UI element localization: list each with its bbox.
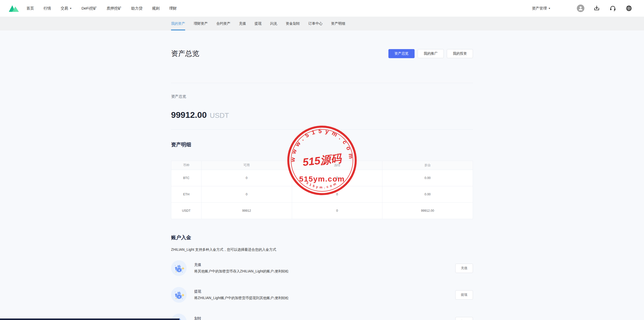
table-row: ETH 0 0 0.00 <box>171 186 473 203</box>
nav-item-label: 理财 <box>169 6 177 11</box>
download-icon <box>593 5 600 12</box>
svg-text:¥: ¥ <box>178 295 180 298</box>
nav-item-rules[interactable]: 规则 <box>152 6 160 11</box>
nav-item-label: DeFi挖矿 <box>82 6 97 11</box>
overview-section-label: 资产总览 <box>171 94 473 99</box>
tab-label: 提现 <box>255 21 262 26</box>
tab-deposit[interactable]: 充值 <box>239 17 246 30</box>
divider <box>171 83 473 83</box>
deposit-item-description: 将其他账户中的加密货币存入ZHILIAN_Light的账户,便利轻松 <box>194 269 455 274</box>
table-header-equivalent: 折合 <box>382 161 473 170</box>
list-item-text: 划转 <box>194 316 455 320</box>
nav-item-staking-mining[interactable]: 质押挖矿 <box>107 6 122 11</box>
assets-detail-heading: 资产明细 <box>171 141 473 148</box>
asset-overview-button[interactable]: 资产总览 <box>388 49 415 58</box>
nav-item-wealth[interactable]: 理财 <box>169 6 177 11</box>
balance-amount: 99912.00 <box>171 110 207 120</box>
footer-edge-strip <box>0 318 179 320</box>
table-cell-available: 0 <box>201 186 292 203</box>
asset-management-dropdown[interactable]: 资产管理 ▼ <box>532 6 551 11</box>
table-cell-available: 99912 <box>201 203 292 219</box>
total-balance: 99912.00 USDT <box>171 110 473 120</box>
tab-wealth-assets[interactable]: 理财资产 <box>194 17 208 30</box>
nav-item-label: 助力贷 <box>131 6 143 11</box>
tab-label: 合约资产 <box>216 21 230 26</box>
download-app-button[interactable] <box>593 5 600 12</box>
tab-label: 闪兑 <box>270 21 277 26</box>
chevron-down-icon: ▼ <box>548 7 551 10</box>
withdraw-button[interactable]: 提现 <box>455 290 473 300</box>
transfer-item-title: 划转 <box>194 316 455 320</box>
list-item-withdraw: ¥ 提现 将ZHILIAN_Light账户中的加密货币提现到其他账户,便利轻松 … <box>171 287 473 303</box>
deposit-button[interactable]: 充值 <box>455 264 473 273</box>
deposit-description: ZHILIAN_Light 支持多种入金方式，您可以选择最适合您的入金方式 <box>171 247 473 252</box>
customer-support-button[interactable] <box>609 5 617 12</box>
tab-asset-details[interactable]: 资产明细 <box>331 17 345 30</box>
globe-icon <box>625 5 632 12</box>
table-header-available: 可用 <box>201 161 292 170</box>
table-cell-equivalent: 99912.00 <box>382 203 473 219</box>
table-header-coin: 币种 <box>171 161 202 170</box>
view-switch-buttons: 资产总览 我的推广 我的投资 <box>388 49 473 58</box>
brand-logo-icon[interactable] <box>8 4 19 12</box>
table-header-frozen: 冻结 <box>292 161 382 170</box>
list-item-text: 充值 将其他账户中的加密货币存入ZHILIAN_Light的账户,便利轻松 <box>194 263 455 274</box>
user-avatar[interactable] <box>577 5 584 12</box>
nav-item-label: 规则 <box>152 6 160 11</box>
my-referral-button[interactable]: 我的推广 <box>418 49 444 58</box>
table-header-row: 币种 可用 冻结 折合 <box>171 161 473 170</box>
headset-icon <box>609 5 616 12</box>
tab-my-assets[interactable]: 我的资产 <box>171 17 185 30</box>
table-cell-available: 0 <box>201 170 292 186</box>
table-row: USDT 99912 0 99912.00 <box>171 203 473 219</box>
tab-label: 理财资产 <box>194 21 208 26</box>
table-row: BTC 0 0 0.00 <box>171 170 473 186</box>
chevron-down-icon: ▼ <box>69 7 72 10</box>
asset-management-label: 资产管理 <box>532 6 547 11</box>
tab-order-center[interactable]: 订单中心 <box>308 17 323 30</box>
list-item-deposit: ¥ 充值 将其他账户中的加密货币存入ZHILIAN_Light的账户,便利轻松 … <box>171 260 473 276</box>
svg-text:¥: ¥ <box>178 269 180 272</box>
nav-item-label: 行情 <box>44 6 51 11</box>
tab-label: 我的资产 <box>171 21 185 26</box>
table-cell-equivalent: 0.00 <box>382 186 473 203</box>
list-item-transfer: ¥ 划转 划转 <box>171 314 473 320</box>
navbar-right: 资产管理 ▼ <box>532 5 633 12</box>
table-cell-coin: BTC <box>171 170 202 186</box>
tab-label: 订单中心 <box>308 21 323 26</box>
withdraw-item-description: 将ZHILIAN_Light账户中的加密货币提现到其他账户,便利轻松 <box>194 296 455 300</box>
nav-item-home[interactable]: 首页 <box>26 6 34 11</box>
deposit-item-title: 充值 <box>194 263 455 267</box>
money-bag-icon: ¥ <box>171 287 187 303</box>
tab-label: 资产明细 <box>331 21 345 26</box>
nav-item-defi-mining[interactable]: DeFi挖矿 <box>82 6 97 11</box>
transfer-button[interactable]: 划转 <box>455 317 473 320</box>
tab-flash-swap[interactable]: 闪兑 <box>270 17 277 30</box>
user-avatar-icon <box>577 5 584 12</box>
account-deposit-heading: 账户入金 <box>171 234 473 241</box>
tab-contract-assets[interactable]: 合约资产 <box>216 17 230 30</box>
nav-item-label: 质押挖矿 <box>107 6 122 11</box>
withdraw-item-title: 提现 <box>194 289 455 294</box>
language-switch-button[interactable] <box>625 5 633 12</box>
tab-withdraw[interactable]: 提现 <box>255 17 262 30</box>
tab-fund-transfer[interactable]: 资金划转 <box>286 17 300 30</box>
table-cell-frozen: 0 <box>292 170 382 186</box>
main-menu: 首页 行情 交易▼ DeFi挖矿 质押挖矿 助力贷 规则 理财 <box>26 6 186 11</box>
nav-item-label: 首页 <box>26 6 34 11</box>
page-title: 资产总览 <box>171 49 388 59</box>
nav-item-trade[interactable]: 交易▼ <box>61 6 72 11</box>
page-header: 资产总览 资产总览 我的推广 我的投资 <box>171 30 473 59</box>
table-cell-coin: ETH <box>171 186 202 203</box>
divider <box>171 129 473 130</box>
list-item-text: 提现 将ZHILIAN_Light账户中的加密货币提现到其他账户,便利轻松 <box>194 289 455 300</box>
my-investment-button[interactable]: 我的投资 <box>447 49 473 58</box>
nav-item-boost-loan[interactable]: 助力贷 <box>131 6 143 11</box>
nav-item-label: 交易 <box>61 6 68 11</box>
nav-item-markets[interactable]: 行情 <box>44 6 51 11</box>
asset-tabbar: 我的资产 理财资产 合约资产 充值 提现 闪兑 资金划转 订单中心 资产明细 <box>0 17 644 30</box>
table-cell-frozen: 0 <box>292 186 382 203</box>
top-navbar: 首页 行情 交易▼ DeFi挖矿 质押挖矿 助力贷 规则 理财 资产管理 ▼ <box>0 0 644 17</box>
balance-currency: USDT <box>210 112 229 120</box>
deposit-method-list: ¥ 充值 将其他账户中的加密货币存入ZHILIAN_Light的账户,便利轻松 … <box>171 260 473 320</box>
